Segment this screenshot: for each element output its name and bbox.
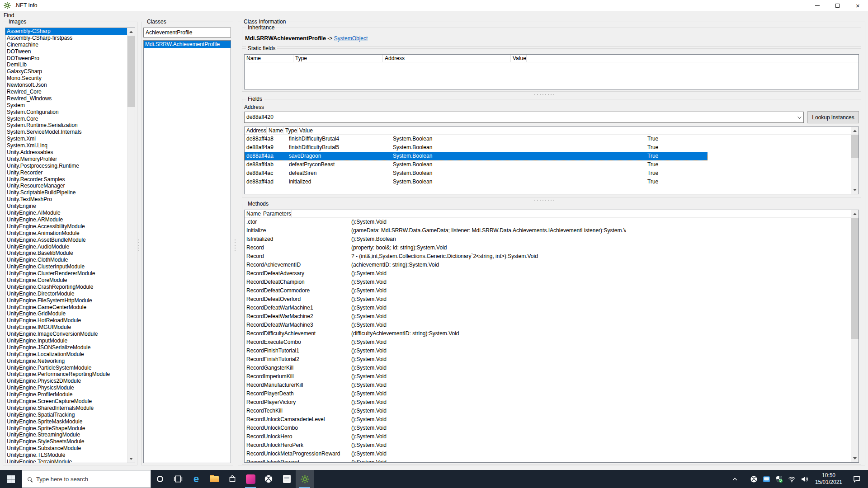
minimize-button[interactable] <box>807 0 827 11</box>
method-row[interactable]: RecordUnlockHero ():System.Void <box>245 432 859 441</box>
static-fields-header[interactable]: NameTypeAddressValue <box>245 55 859 62</box>
base-class-link[interactable]: SystemObject <box>334 35 368 42</box>
method-row[interactable]: RecordUnlockReward ():System.Void <box>245 458 859 463</box>
column-header[interactable]: Type <box>293 55 383 62</box>
method-row[interactable]: RecordDefeatCommodore ():System.Void <box>245 286 859 295</box>
scroll-down-icon[interactable] <box>851 186 859 194</box>
image-list-item[interactable]: UnityEngine.GameCenterModule <box>5 304 127 311</box>
image-list-item[interactable]: Unity.Addressables <box>5 149 127 156</box>
column-header[interactable]: Parameters <box>261 210 292 217</box>
notes-app-button[interactable] <box>278 470 296 488</box>
image-list-item[interactable]: UnityEngine.SubstanceModule <box>5 445 127 452</box>
image-list-item[interactable]: UnityEngine.IMGUIModule <box>5 324 127 331</box>
image-list-item[interactable]: UnityEngine.AssetBundleModule <box>5 237 127 244</box>
image-list-item[interactable]: UnityEngine.AIModule <box>5 210 127 216</box>
edge-button[interactable]: e <box>187 470 205 488</box>
image-list-item[interactable]: Unity.Recorder.Samples <box>5 176 127 183</box>
scrollbar-thumb[interactable] <box>127 36 135 107</box>
section-splitter-1[interactable] <box>534 94 554 95</box>
start-button[interactable] <box>0 470 22 488</box>
cortana-button[interactable] <box>151 470 169 488</box>
action-center-button[interactable] <box>849 475 864 483</box>
class-list-item[interactable]: Mdi.SRRW.AchievementProfile <box>144 41 231 48</box>
scroll-down-icon[interactable] <box>127 455 135 463</box>
field-row[interactable]: de88aff4ab defeatPryconBeast System.Bool… <box>245 160 708 169</box>
scrollbar-thumb[interactable] <box>851 135 859 158</box>
graphics-tray-button[interactable] <box>763 475 770 483</box>
method-row[interactable]: Record ? - (int&,int,System.Collections.… <box>245 252 859 261</box>
column-header[interactable]: Name <box>245 210 261 217</box>
method-row[interactable]: RecordTechKill ():System.Void <box>245 407 859 415</box>
game-app-button[interactable] <box>241 470 259 488</box>
image-list-item[interactable]: UnityEngine.CoreModule <box>5 277 127 284</box>
field-row[interactable]: de88aff4ac defeatSiren System.Boolean Tr… <box>245 169 708 178</box>
method-row[interactable]: RecordUnlockCamaraderieLevel ():System.V… <box>245 415 859 424</box>
image-list-item[interactable]: UnityEngine.ProfilerModule <box>5 391 127 398</box>
image-list-item[interactable]: UnityEngine.ARModule <box>5 216 127 223</box>
column-header[interactable]: Type <box>283 127 297 134</box>
column-header[interactable]: Value <box>297 127 313 134</box>
method-row[interactable]: RecordUnlockHeroPerk ():System.Void <box>245 441 859 450</box>
image-list-item[interactable]: Cinemachine <box>5 42 127 48</box>
method-row[interactable]: RecordUnlockCombo ():System.Void <box>245 424 859 432</box>
method-row[interactable]: RecordDefeatChampion ():System.Void <box>245 278 859 286</box>
image-list-item[interactable]: System.Xml <box>5 136 127 142</box>
image-list-item[interactable]: System.Runtime.Serialization <box>5 122 127 129</box>
method-row[interactable]: RecordDefeatWarMachine1 ():System.Void <box>245 304 859 312</box>
scrollbar-thumb[interactable] <box>851 218 859 339</box>
image-list-item[interactable]: UnityEngine.ParticleSystemModule <box>5 365 127 371</box>
dotnet-info-app-button[interactable] <box>296 470 314 488</box>
address-combo[interactable]: de88aff420 <box>244 112 804 123</box>
column-header[interactable]: Name <box>267 127 283 134</box>
panel-splitter-2[interactable] <box>235 239 236 251</box>
methods-table-header[interactable]: NameParameters <box>245 210 859 218</box>
taskbar-search[interactable]: Type here to search <box>22 470 151 488</box>
image-list-item[interactable]: Rewired_Windows <box>5 95 127 102</box>
column-header[interactable]: Value <box>511 55 527 62</box>
fields-scrollbar[interactable] <box>851 127 859 194</box>
lookup-instances-button[interactable]: Lookup instances <box>807 111 859 123</box>
image-list-item[interactable]: UnityEngine.ImageConversionModule <box>5 331 127 338</box>
image-list-item[interactable]: UnityEngine.InputModule <box>5 338 127 344</box>
image-list-item[interactable]: UnityEngine.TerrainModule <box>5 459 127 463</box>
image-list-item[interactable]: Unity.MemoryProfiler <box>5 156 127 163</box>
method-row[interactable]: RecordGangsterKill ():System.Void <box>245 364 859 372</box>
image-list-item[interactable]: UnityEngine.ScreenCaptureModule <box>5 398 127 405</box>
class-filter-input[interactable]: AchievementProfile <box>143 28 231 38</box>
scroll-up-icon[interactable] <box>127 28 135 36</box>
address-combo-value[interactable]: de88aff420 <box>245 112 803 122</box>
image-list-item[interactable]: UnityEngine.ClothModule <box>5 257 127 263</box>
method-row[interactable]: RecordFinishTutorial2 ():System.Void <box>245 355 859 364</box>
methods-scrollbar[interactable] <box>851 210 859 462</box>
method-row[interactable]: RecordAchievementID (achievementID: stri… <box>245 261 859 269</box>
combo-dropdown-button[interactable] <box>795 113 803 122</box>
task-view-button[interactable] <box>169 470 187 488</box>
method-row[interactable]: IsInitialized ():System.Boolean <box>245 235 859 244</box>
image-list-item[interactable]: UnityEngine.GridModule <box>5 310 127 317</box>
xbox-app-button[interactable] <box>259 470 278 488</box>
method-row[interactable]: RecordManufacturerKill ():System.Void <box>245 381 859 389</box>
image-list-item[interactable]: UnityEngine.TLSModule <box>5 452 127 459</box>
method-row[interactable]: .ctor ():System.Void <box>245 218 859 226</box>
volume-tray-button[interactable] <box>801 475 808 483</box>
xbox-tray-button[interactable] <box>750 475 758 483</box>
image-list-item[interactable]: UnityEngine.CrashReportingModule <box>5 284 127 291</box>
image-list-item[interactable]: UnityEngine.SpatialTracking <box>5 412 127 418</box>
image-list-item[interactable]: System.Configuration <box>5 109 127 116</box>
image-list-item[interactable]: Unity.TextMeshPro <box>5 196 127 203</box>
image-list-item[interactable]: System <box>5 102 127 109</box>
field-row[interactable]: de88aff4aa saveDragoon System.Boolean Tr… <box>245 152 708 160</box>
image-list-item[interactable]: UnityEngine.LocalizationModule <box>5 351 127 358</box>
images-scrollbar[interactable] <box>127 28 135 463</box>
image-list-item[interactable]: UnityEngine.DirectorModule <box>5 291 127 297</box>
image-list-item[interactable]: UnityEngine.StreamingModule <box>5 432 127 438</box>
method-row[interactable]: RecordPlayerVictory ():System.Void <box>245 398 859 407</box>
image-list-item[interactable]: UnityEngine.StyleSheetsModule <box>5 438 127 445</box>
image-list-item[interactable]: DOTween <box>5 48 127 55</box>
image-list-item[interactable]: Unity.ResourceManager <box>5 183 127 189</box>
image-list-item[interactable]: Rewired_Core <box>5 89 127 95</box>
image-list-item[interactable]: Unity.Recorder <box>5 169 127 176</box>
field-row[interactable]: de88aff4ad initialized System.Boolean Tr… <box>245 178 708 186</box>
method-row[interactable]: RecordDifficultyAchievement (difficultyA… <box>245 329 859 338</box>
field-row[interactable]: de88aff4a9 finishDifficultyBrutal5 Syste… <box>245 143 708 152</box>
